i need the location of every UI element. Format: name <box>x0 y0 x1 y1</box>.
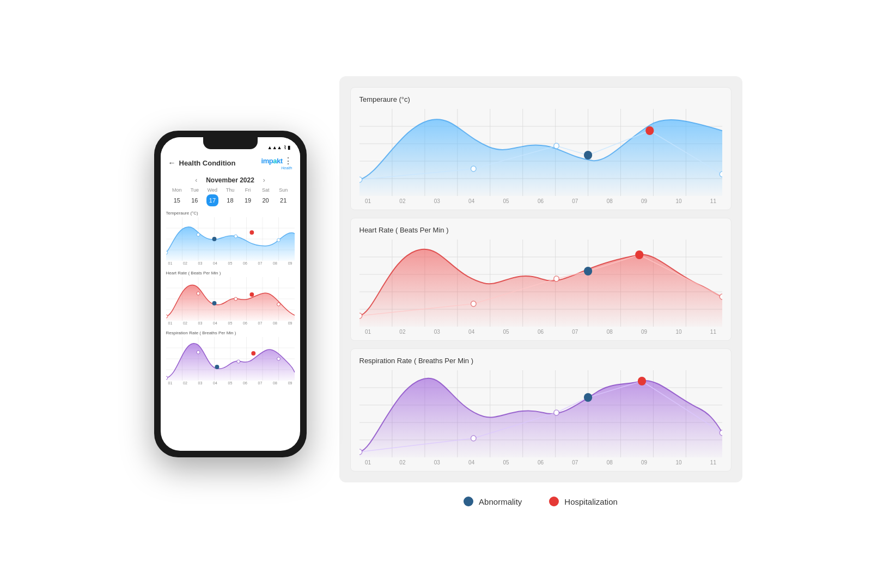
svg-point-27 <box>197 292 200 295</box>
svg-point-43 <box>197 351 200 354</box>
heart-xaxis: 0102030405060708091011 <box>359 327 722 335</box>
phone-temp-title: Temperaure (°C) <box>166 211 295 216</box>
phone-temp-chart: Temperaure (°C) <box>166 211 295 265</box>
svg-point-96 <box>583 267 592 275</box>
cal-date-21[interactable]: 21 <box>277 194 289 206</box>
svg-point-46 <box>215 365 219 369</box>
day-sat: Sat <box>257 187 275 193</box>
hospitalization-label: Hospitalization <box>564 497 618 506</box>
svg-point-117 <box>359 449 362 455</box>
svg-point-14 <box>212 237 216 241</box>
wifi-icon: ⌇ <box>284 145 286 150</box>
svg-point-11 <box>197 233 200 236</box>
phone-resp-container <box>166 337 295 381</box>
phone-heart-container <box>166 277 295 321</box>
phone-temp-xaxis: 010203040506070809 <box>166 261 295 265</box>
calendar-nav: ‹ November 2022 › <box>168 176 292 184</box>
svg-point-119 <box>553 410 559 415</box>
svg-point-10 <box>166 251 168 254</box>
svg-point-94 <box>553 276 559 281</box>
resp-chart-title: Respiration Rate ( Breaths Per Min ) <box>359 357 722 365</box>
svg-point-29 <box>277 303 280 306</box>
phone-charts: Temperaure (°C) <box>161 211 300 451</box>
svg-point-12 <box>234 235 237 238</box>
back-button[interactable]: ← <box>168 158 176 167</box>
svg-point-44 <box>236 360 240 363</box>
resp-chart-card: Respiration Rate ( Breaths Per Min ) <box>350 348 732 471</box>
temp-svg-container <box>359 109 722 196</box>
phone-title: Health Condition <box>179 159 236 167</box>
svg-point-122 <box>637 377 645 385</box>
phone-temp-container <box>166 217 295 261</box>
day-sun: Sun <box>275 187 292 193</box>
svg-point-121 <box>583 393 592 402</box>
signal-icon: ▲▲▲ <box>267 145 282 150</box>
phone-screen: ▲▲▲ ⌇ ▮ ← Health Condition impakt ⋮ Heal… <box>161 137 300 451</box>
svg-point-15 <box>249 230 254 235</box>
phone-resp-chart: Respiration Rate ( Breaths Per Min ) <box>166 330 295 385</box>
cal-date-18[interactable]: 18 <box>224 194 236 206</box>
svg-point-97 <box>635 250 643 259</box>
resp-xaxis: 0102030405060708091011 <box>359 457 722 465</box>
next-month-button[interactable]: › <box>263 176 265 184</box>
phone-heart-chart: Heart Rate ( Beats Per Min ) <box>166 271 295 325</box>
svg-point-68 <box>471 166 476 171</box>
phone-resp-xaxis: 010203040506070809 <box>166 381 295 385</box>
day-thu: Thu <box>221 187 239 193</box>
svg-point-30 <box>212 301 216 305</box>
calendar-days-header: Mon Tue Wed Thu Fri Sat Sun <box>168 187 292 193</box>
legend: Abnormality Hospitalization <box>339 491 742 512</box>
cal-date-17[interactable]: 17 <box>206 194 218 206</box>
status-icons: ▲▲▲ ⌇ ▮ <box>267 145 290 150</box>
cal-date-16[interactable]: 16 <box>188 194 200 206</box>
legend-hospitalization: Hospitalization <box>549 497 618 506</box>
cal-date-15[interactable]: 15 <box>171 194 183 206</box>
svg-point-28 <box>234 297 237 301</box>
menu-dots-button[interactable]: ⋮ <box>284 156 292 166</box>
temp-chart-title: Temperaure (°c) <box>359 95 722 103</box>
phone-heart-title: Heart Rate ( Beats Per Min ) <box>166 271 295 275</box>
svg-point-95 <box>720 294 722 299</box>
phone-heart-xaxis: 010203040506070809 <box>166 321 295 325</box>
svg-point-67 <box>359 177 362 182</box>
day-wed: Wed <box>204 187 222 193</box>
cal-date-20[interactable]: 20 <box>260 194 272 206</box>
hospitalization-dot <box>549 497 559 506</box>
cal-date-19[interactable]: 19 <box>242 194 254 206</box>
phone-resp-title: Respiration Rate ( Breaths Per Min ) <box>166 330 295 335</box>
phone-notch <box>203 137 258 149</box>
svg-point-120 <box>720 430 722 436</box>
phone-calendar: ‹ November 2022 › Mon Tue Wed Thu Fri Sa… <box>161 174 300 211</box>
day-fri: Fri <box>239 187 257 193</box>
calendar-month-label: November 2022 <box>206 176 254 184</box>
svg-point-47 <box>251 351 255 356</box>
svg-point-72 <box>645 126 654 135</box>
svg-point-31 <box>249 292 254 297</box>
heart-chart-title: Heart Rate ( Beats Per Min ) <box>359 226 722 234</box>
svg-point-42 <box>166 376 168 379</box>
day-mon: Mon <box>168 187 186 193</box>
svg-point-71 <box>583 151 592 160</box>
phone-frame: ▲▲▲ ⌇ ▮ ← Health Condition impakt ⋮ Heal… <box>154 131 307 457</box>
svg-point-45 <box>277 357 280 360</box>
dashboard-panel: Temperaure (°c) <box>339 76 742 482</box>
phone-logo: impakt <box>261 157 283 165</box>
page-container: ▲▲▲ ⌇ ▮ ← Health Condition impakt ⋮ Heal… <box>132 54 764 534</box>
phone-logo-container: impakt ⋮ Health <box>261 156 292 170</box>
resp-svg-container <box>359 370 722 457</box>
heart-svg-container <box>359 240 722 327</box>
heart-chart-card: Heart Rate ( Beats Per Min ) <box>350 218 732 341</box>
svg-point-26 <box>166 315 168 318</box>
svg-point-118 <box>471 436 476 441</box>
legend-abnormality: Abnormality <box>464 497 522 506</box>
svg-point-93 <box>471 301 476 307</box>
phone-header: ← Health Condition impakt ⋮ Health <box>161 152 300 174</box>
phone-header-left: ← Health Condition <box>168 158 236 167</box>
phone-logo-sub: Health <box>261 166 292 170</box>
svg-point-69 <box>553 143 559 149</box>
svg-point-13 <box>277 238 280 242</box>
calendar-dates: 15 16 17 18 19 20 21 <box>168 194 292 206</box>
prev-month-button[interactable]: ‹ <box>195 176 197 184</box>
abnormality-dot <box>464 497 473 506</box>
abnormality-label: Abnormality <box>479 497 522 506</box>
